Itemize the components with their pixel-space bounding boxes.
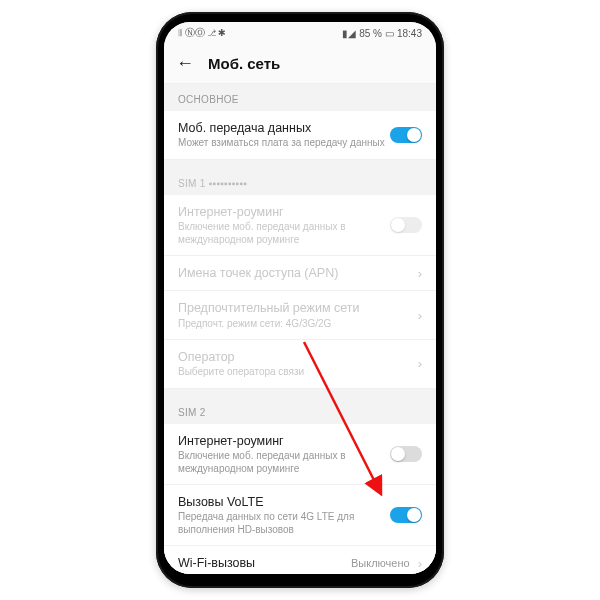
header: ← Моб. сеть (164, 44, 436, 84)
row-sim2-wifi-calling[interactable]: Wi-Fi-вызовы Выключено › (164, 546, 436, 574)
sim1-roaming-sub: Включение моб. передачи данных в междуна… (178, 221, 390, 246)
page-title: Моб. сеть (208, 55, 280, 72)
sim1-operator-sub: Выберите оператора связи (178, 366, 414, 379)
status-left-icons: ⫴ ⓃⓄ ⎇ ✱ (178, 26, 225, 40)
row-sim2-roaming[interactable]: Интернет-роуминг Включение моб. передачи… (164, 424, 436, 485)
sim2-roaming-toggle[interactable] (390, 446, 422, 462)
status-battery: 85 % (359, 28, 382, 39)
sim1-mode-title: Предпочтительный режим сети (178, 300, 414, 316)
content[interactable]: ОСНОВНОЕ Моб. передача данных Может взим… (164, 84, 436, 574)
sim2-volte-sub: Передача данных по сети 4G LTE для выпол… (178, 511, 390, 536)
sim2-roaming-sub: Включение моб. передачи данных в междуна… (178, 450, 390, 475)
back-button[interactable]: ← (176, 53, 194, 74)
sim1-roaming-title: Интернет-роуминг (178, 204, 390, 220)
phone-frame: ⫴ ⓃⓄ ⎇ ✱ ▮◢ 85 % ▭ 18:43 ← Моб. сеть ОСН… (156, 12, 444, 588)
row-sim2-volte[interactable]: Вызовы VoLTE Передача данных по сети 4G … (164, 485, 436, 546)
sim1-roaming-toggle (390, 217, 422, 233)
chevron-right-icon: › (418, 308, 422, 323)
sim1-operator-title: Оператор (178, 349, 414, 365)
sim2-volte-title: Вызовы VoLTE (178, 494, 390, 510)
status-time: 18:43 (397, 28, 422, 39)
row-sim1-operator: Оператор Выберите оператора связи › (164, 340, 436, 389)
mobile-data-toggle[interactable] (390, 127, 422, 143)
chevron-right-icon: › (418, 266, 422, 281)
mobile-data-sub: Может взиматься плата за передачу данных (178, 137, 390, 150)
sim1-mode-sub: Предпочт. режим сети: 4G/3G/2G (178, 318, 414, 331)
sim2-wifi-title: Wi-Fi-вызовы (178, 555, 351, 571)
row-sim1-roaming: Интернет-роуминг Включение моб. передачи… (164, 195, 436, 256)
section-label-sim2: SIM 2 (164, 397, 436, 424)
sim2-wifi-value: Выключено (351, 557, 410, 569)
sim2-roaming-title: Интернет-роуминг (178, 433, 390, 449)
screen: ⫴ ⓃⓄ ⎇ ✱ ▮◢ 85 % ▭ 18:43 ← Моб. сеть ОСН… (164, 22, 436, 574)
battery-icon: ▭ (385, 28, 394, 39)
row-mobile-data[interactable]: Моб. передача данных Может взиматься пла… (164, 111, 436, 160)
section-label-main: ОСНОВНОЕ (164, 84, 436, 111)
status-bar: ⫴ ⓃⓄ ⎇ ✱ ▮◢ 85 % ▭ 18:43 (164, 22, 436, 44)
status-signal-icon: ▮◢ (342, 28, 356, 39)
sim1-apn-title: Имена точек доступа (APN) (178, 265, 414, 281)
chevron-right-icon: › (418, 556, 422, 571)
chevron-right-icon: › (418, 356, 422, 371)
row-sim1-apn: Имена точек доступа (APN) › (164, 256, 436, 291)
sim2-volte-toggle[interactable] (390, 507, 422, 523)
row-sim1-mode: Предпочтительный режим сети Предпочт. ре… (164, 291, 436, 340)
mobile-data-title: Моб. передача данных (178, 120, 390, 136)
section-label-sim1: SIM 1 ▪▪▪▪▪▪▪▪▪▪ (164, 168, 436, 195)
